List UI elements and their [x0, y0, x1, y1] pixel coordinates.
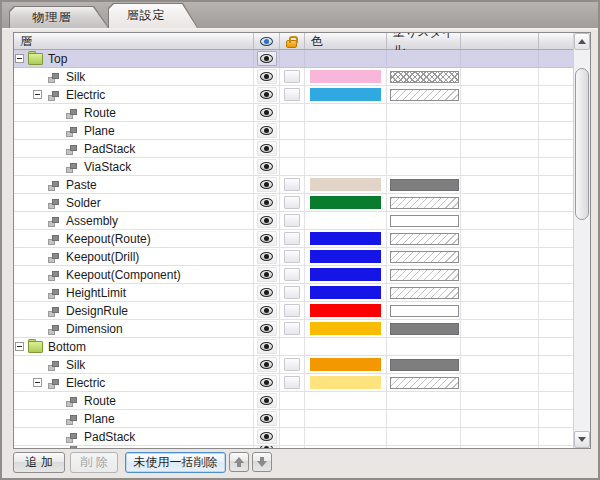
table-row[interactable]: Keepout(Route) — [14, 230, 573, 248]
visibility-toggle[interactable] — [257, 339, 277, 354]
visibility-toggle[interactable] — [257, 446, 277, 448]
fill-style-swatch[interactable] — [390, 377, 459, 389]
color-swatch[interactable] — [310, 196, 381, 209]
visibility-toggle[interactable] — [257, 195, 277, 210]
fill-style-swatch[interactable] — [390, 89, 459, 101]
table-row[interactable]: Keepout(Drill) — [14, 248, 573, 266]
visibility-toggle[interactable] — [257, 87, 277, 102]
fill-style-swatch[interactable] — [390, 197, 459, 209]
table-row[interactable]: Electric — [14, 86, 573, 104]
visibility-toggle[interactable] — [257, 69, 277, 84]
scrollbar-thumb[interactable] — [575, 68, 589, 220]
visibility-toggle[interactable] — [257, 123, 277, 138]
add-button[interactable]: 追 加 — [13, 452, 65, 473]
visibility-toggle[interactable] — [257, 159, 277, 174]
color-swatch[interactable] — [310, 178, 381, 191]
table-row[interactable]: Route — [14, 104, 573, 122]
visibility-toggle[interactable] — [257, 411, 277, 426]
table-row[interactable]: Plane — [14, 122, 573, 140]
move-down-button[interactable] — [252, 452, 272, 472]
scrollbar-down-button[interactable] — [574, 431, 590, 448]
table-row[interactable]: Keepout(Component) — [14, 266, 573, 284]
lock-toggle[interactable] — [284, 88, 300, 101]
visibility-toggle[interactable] — [257, 213, 277, 228]
delete-unused-button[interactable]: 未使用一括削除 — [125, 452, 226, 473]
lock-toggle[interactable] — [284, 232, 300, 245]
tab-physical-layer[interactable]: 物理層 — [9, 6, 109, 28]
visibility-toggle[interactable] — [257, 267, 277, 282]
visibility-toggle[interactable] — [257, 393, 277, 408]
table-row[interactable]: Route — [14, 392, 573, 410]
color-swatch[interactable] — [310, 286, 381, 299]
fill-style-swatch[interactable] — [390, 359, 459, 371]
table-row[interactable]: DesignRule — [14, 302, 573, 320]
tree-collapse-toggle[interactable] — [15, 342, 24, 351]
visibility-toggle[interactable] — [257, 375, 277, 390]
fill-style-swatch[interactable] — [390, 323, 459, 335]
table-row[interactable]: Silk — [14, 356, 573, 374]
fill-style-swatch[interactable] — [390, 269, 459, 281]
fill-style-swatch[interactable] — [390, 287, 459, 299]
vertical-scrollbar[interactable] — [573, 33, 590, 448]
lock-toggle[interactable] — [284, 322, 300, 335]
lock-toggle[interactable] — [284, 214, 300, 227]
lock-toggle[interactable] — [284, 70, 300, 83]
lock-toggle[interactable] — [284, 196, 300, 209]
color-swatch[interactable] — [310, 70, 381, 83]
tree-collapse-toggle[interactable] — [33, 90, 42, 99]
fill-style-swatch[interactable] — [390, 71, 459, 83]
color-swatch[interactable] — [310, 304, 381, 317]
table-row[interactable]: HeightLimit — [14, 284, 573, 302]
scrollbar-track[interactable] — [574, 50, 590, 431]
visibility-toggle[interactable] — [257, 141, 277, 156]
table-row[interactable]: Silk — [14, 68, 573, 86]
visibility-toggle[interactable] — [257, 285, 277, 300]
visibility-toggle[interactable] — [257, 321, 277, 336]
visibility-toggle[interactable] — [257, 51, 277, 66]
visibility-toggle[interactable] — [257, 231, 277, 246]
table-row[interactable]: Bottom — [14, 338, 573, 356]
fill-style-swatch[interactable] — [390, 251, 459, 263]
color-swatch[interactable] — [310, 358, 381, 371]
scrollbar-up-button[interactable] — [574, 33, 590, 50]
visibility-toggle[interactable] — [257, 357, 277, 372]
lock-toggle[interactable] — [284, 286, 300, 299]
table-row[interactable]: Assembly — [14, 212, 573, 230]
table-row[interactable]: Electric — [14, 374, 573, 392]
table-row[interactable]: Paste — [14, 176, 573, 194]
fill-style-swatch[interactable] — [390, 179, 459, 191]
lock-toggle[interactable] — [284, 268, 300, 281]
table-row[interactable]: Solder — [14, 194, 573, 212]
lock-toggle[interactable] — [284, 358, 300, 371]
lock-toggle[interactable] — [284, 178, 300, 191]
color-swatch[interactable] — [310, 322, 381, 335]
lock-toggle[interactable] — [284, 250, 300, 263]
color-swatch[interactable] — [310, 232, 381, 245]
table-row[interactable]: Plane — [14, 410, 573, 428]
table-row[interactable]: Dimension — [14, 320, 573, 338]
fill-style-swatch[interactable] — [390, 233, 459, 245]
visibility-toggle[interactable] — [257, 177, 277, 192]
table-row[interactable]: ViaStack — [14, 158, 573, 176]
table-row[interactable]: Top — [14, 50, 573, 68]
color-swatch[interactable] — [310, 376, 381, 389]
tree-collapse-toggle[interactable] — [15, 54, 24, 63]
color-swatch[interactable] — [310, 88, 381, 101]
table-row[interactable]: PadStack — [14, 428, 573, 446]
fill-style-swatch[interactable] — [390, 215, 459, 227]
lock-toggle[interactable] — [284, 376, 300, 389]
color-swatch[interactable] — [310, 268, 381, 281]
table-row[interactable]: PadStack — [14, 140, 573, 158]
fill-style-swatch[interactable] — [390, 305, 459, 317]
visibility-toggle[interactable] — [257, 105, 277, 120]
layer-name-cell: Dimension — [14, 320, 254, 337]
color-swatch[interactable] — [310, 250, 381, 263]
tree-collapse-toggle[interactable] — [33, 378, 42, 387]
visibility-toggle[interactable] — [257, 303, 277, 318]
move-up-button[interactable] — [229, 452, 249, 472]
tab-layer-settings[interactable]: 層設定 — [108, 3, 198, 28]
visibility-toggle[interactable] — [257, 429, 277, 444]
visibility-toggle[interactable] — [257, 249, 277, 264]
lock-toggle[interactable] — [284, 304, 300, 317]
table-row[interactable] — [14, 446, 573, 448]
